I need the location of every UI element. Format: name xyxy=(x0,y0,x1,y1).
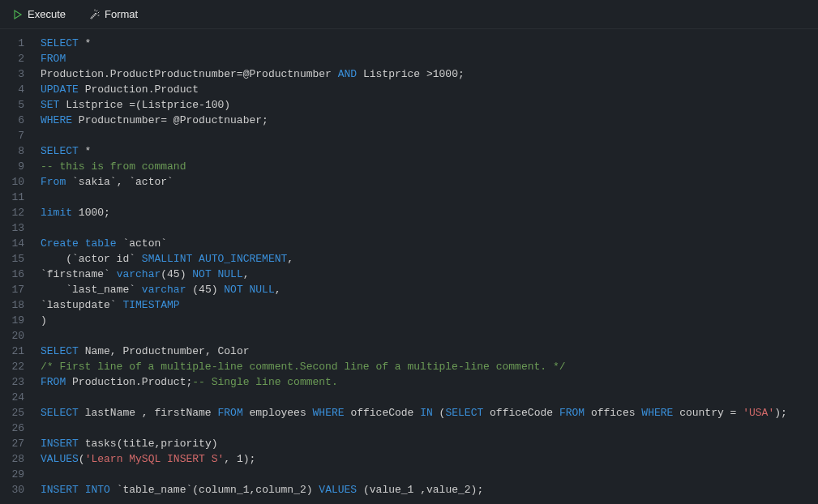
line-number: 19 xyxy=(0,313,24,328)
line-number: 17 xyxy=(0,282,24,297)
code-line[interactable]: -- this is from command xyxy=(41,159,818,174)
line-number: 10 xyxy=(0,174,24,190)
wand-icon xyxy=(88,9,100,20)
format-label: Format xyxy=(105,8,138,20)
play-icon xyxy=(13,10,23,19)
code-line[interactable]: SELECT * xyxy=(41,36,818,51)
line-number: 11 xyxy=(0,190,24,205)
line-number: 5 xyxy=(0,97,24,113)
code-line[interactable]: `lastupdate` TIMESTAMP xyxy=(41,297,818,313)
line-number: 24 xyxy=(0,390,24,405)
code-line[interactable]: FROM Production.Product;-- Single line c… xyxy=(41,374,818,390)
line-number: 14 xyxy=(0,236,24,251)
code-line[interactable]: UPDATE Production.Product xyxy=(41,82,818,97)
code-line[interactable]: limit 1000; xyxy=(41,205,818,220)
code-line[interactable] xyxy=(41,467,818,482)
code-line[interactable]: Production.ProductProductnumber=@Product… xyxy=(41,66,818,82)
format-button[interactable]: Format xyxy=(82,5,144,23)
code-line[interactable]: INSERT tasks(title,priority) xyxy=(41,436,818,451)
code-line[interactable]: `firstname` varchar(45) NOT NULL, xyxy=(41,267,818,282)
line-number: 4 xyxy=(0,82,24,97)
line-number: 9 xyxy=(0,159,24,174)
code-line[interactable]: Create table `acton` xyxy=(41,236,818,251)
line-number: 7 xyxy=(0,128,24,143)
toolbar: Execute Format xyxy=(0,0,818,29)
code-line[interactable]: VALUES('Learn MySQL INSERT S', 1); xyxy=(41,451,818,467)
line-number: 18 xyxy=(0,297,24,313)
line-number: 28 xyxy=(0,451,24,467)
line-number: 2 xyxy=(0,51,24,66)
line-number: 6 xyxy=(0,113,24,128)
code-line[interactable]: SELECT Name, Productnumber, Color xyxy=(41,344,818,359)
code-line[interactable]: /* First line of a multiple-line comment… xyxy=(41,359,818,374)
line-number: 15 xyxy=(0,251,24,267)
code-line[interactable]: FROM xyxy=(41,51,818,66)
line-number: 1 xyxy=(0,36,24,51)
code-line[interactable]: SELECT lastName , firstName FROM employe… xyxy=(41,405,818,421)
code-line[interactable]: ) xyxy=(41,313,818,328)
execute-button[interactable]: Execute xyxy=(6,5,72,23)
code-line[interactable] xyxy=(41,421,818,436)
code-line[interactable] xyxy=(41,390,818,405)
code-line[interactable]: WHERE Productnumber= @Productnuaber; xyxy=(41,113,818,128)
line-number: 21 xyxy=(0,344,24,359)
code-line[interactable]: INSERT INTO `table_name`(column_1,column… xyxy=(41,482,818,498)
line-number: 20 xyxy=(0,328,24,344)
code-line[interactable] xyxy=(41,190,818,205)
line-number: 27 xyxy=(0,436,24,451)
code-line[interactable]: SELECT * xyxy=(41,143,818,159)
line-number: 16 xyxy=(0,267,24,282)
code-line[interactable] xyxy=(41,128,818,143)
code-line[interactable] xyxy=(41,220,818,236)
code-line[interactable]: From `sakia`, `actor` xyxy=(41,174,818,190)
line-number: 3 xyxy=(0,66,24,82)
line-number: 26 xyxy=(0,421,24,436)
line-number: 22 xyxy=(0,359,24,374)
line-number: 25 xyxy=(0,405,24,421)
code-line[interactable]: SET Listprice =(Listprice-100) xyxy=(41,97,818,113)
code-editor[interactable]: 1234567891011121314151617181920212223242… xyxy=(0,29,818,504)
execute-label: Execute xyxy=(28,8,66,20)
line-number: 30 xyxy=(0,482,24,498)
line-number: 12 xyxy=(0,205,24,220)
code-line[interactable]: (`actor id` SMALLINT AUTO_INCREMENT, xyxy=(41,251,818,267)
line-gutter: 1234567891011121314151617181920212223242… xyxy=(0,29,34,504)
line-number: 8 xyxy=(0,143,24,159)
line-number: 23 xyxy=(0,374,24,390)
code-line[interactable]: `last_name` varchar (45) NOT NULL, xyxy=(41,282,818,297)
code-area[interactable]: SELECT *FROMProduction.ProductProductnum… xyxy=(34,29,818,504)
code-line[interactable] xyxy=(41,328,818,344)
line-number: 29 xyxy=(0,467,24,482)
line-number: 13 xyxy=(0,220,24,236)
